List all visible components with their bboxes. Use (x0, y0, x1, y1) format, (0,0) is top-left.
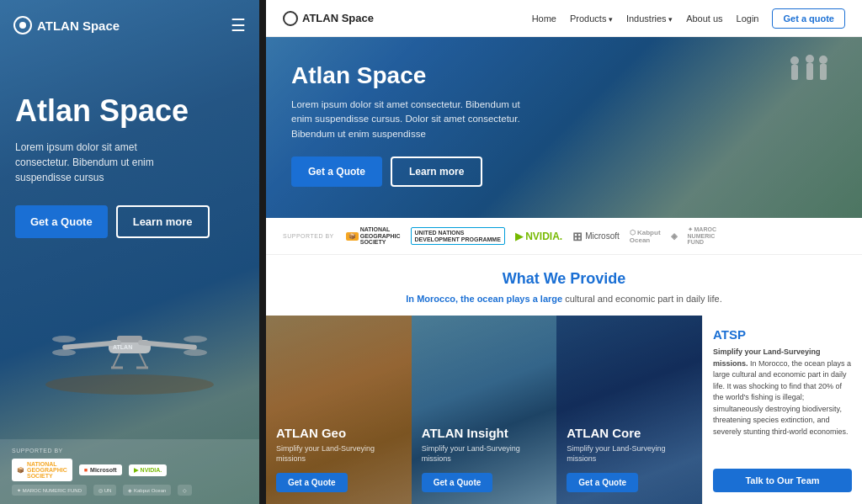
mobile-hero-buttons: Get a Quote Learn more (15, 205, 244, 238)
kabput-logo: ⬡ KabputOcean (630, 229, 661, 244)
desktop-supporters-bar: SUPPORTED BY 📦 NATIONALGEOGRAPHICSOCIETY… (266, 218, 862, 255)
hero-content: Atlan Space Lorem ipsum dolor sit amet c… (266, 37, 862, 187)
what-title: What We Provide (283, 270, 845, 288)
card-insight-desc: Simplify your Land-Surveying missions (422, 443, 547, 464)
nav-home[interactable]: Home (532, 13, 556, 24)
talk-to-team-button[interactable]: Talk to Our Team (713, 469, 852, 492)
mobile-supported-label: SUPPORTED BY (12, 448, 247, 454)
supporters-logos: 📦 NATIONALGEOGRAPHICSOCIETY UNITED NATIO… (346, 226, 716, 246)
hero-get-quote-button[interactable]: Get a Quote (291, 157, 382, 187)
supporters-label: SUPPORTED BY (283, 233, 334, 239)
hero-buttons: Get a Quote Learn more (291, 157, 837, 187)
svg-point-5 (52, 336, 76, 342)
mobile-content: Atlan Space Lorem ipsum dolor sit amet c… (0, 44, 259, 238)
svg-point-8 (184, 349, 207, 356)
atsp-title: ATSP (713, 327, 852, 342)
hero-description: Lorem ipsum dolor sit amet consectetur. … (291, 98, 535, 141)
mobile-supporters-section: SUPPORTED BY 📦NATIONALGEOGRAPHICSOCIETY … (0, 439, 259, 504)
mobile-fund-logo: ✦ MAROC NUMERIC FUND (12, 485, 87, 496)
nav-industries[interactable]: Industries (626, 13, 673, 24)
mobile-nvidia-logo: ▶NVIDIA. (129, 464, 168, 476)
drone-illustration: ATLAN (0, 294, 259, 395)
desktop-logo-text: ATLAN Space (302, 12, 374, 24)
card-atlan-insight[interactable]: ATLAN Insight Simplify your Land-Surveyi… (412, 316, 557, 504)
nvidia-logo: ▶ NVIDIA. (515, 231, 562, 242)
natgeo-logo: 📦 NATIONALGEOGRAPHICSOCIETY (346, 226, 401, 246)
mobile-un-logo: ◎ UN (93, 485, 116, 496)
card-insight-content: ATLAN Insight Simplify your Land-Surveyi… (412, 316, 557, 504)
hero-learn-more-button[interactable]: Learn more (391, 157, 482, 187)
card-atlan-core[interactable]: ATLAN Core Simplify your Land-Surveying … (556, 316, 702, 504)
nav-links: Home Products Industries About us Login … (532, 8, 845, 29)
desktop-nav: ATLAN Space Home Products Industries Abo… (266, 0, 862, 37)
mobile-natgeo-logo: 📦NATIONALGEOGRAPHICSOCIETY (12, 459, 72, 481)
card-atlan-geo[interactable]: ATLAN Geo Simplify your Land-Surveying m… (266, 316, 412, 504)
atsp-content: ATSP Simplify your Land-Surveying missio… (713, 327, 852, 438)
atsp-description: Simplify your Land-Surveying missions. I… (713, 347, 852, 438)
mobile-kabput-logo: ◈ Kabput Ocean (123, 485, 171, 496)
mobile-microsoft-logo: ■Microsoft (79, 464, 122, 475)
svg-line-9 (113, 353, 120, 368)
nav-about[interactable]: About us (686, 13, 722, 24)
card-geo-content: ATLAN Geo Simplify your Land-Surveying m… (266, 316, 412, 504)
card-insight-title: ATLAN Insight (422, 426, 547, 440)
drone-svg: ATLAN (37, 294, 222, 395)
mobile-hero-title: Atlan Space (15, 94, 244, 128)
card-core-quote-button[interactable]: Get a Quote (567, 473, 638, 492)
nav-login[interactable]: Login (737, 13, 759, 24)
desktop-hero: Atlan Space Lorem ipsum dolor sit amet c… (266, 37, 862, 218)
panel-divider (259, 0, 266, 504)
microsoft-logo: ⊞ Microsoft (572, 230, 620, 243)
mobile-learn-more-button[interactable]: Learn more (116, 205, 210, 238)
mobile-logo-text: ATLAN Space (37, 19, 120, 33)
mobile-hero-description: Lorem ipsum dolor sit amet consectetur. … (15, 140, 184, 185)
card-core-title: ATLAN Core (567, 426, 692, 440)
hamburger-menu-icon[interactable]: ☰ (231, 15, 246, 35)
atsp-desc-body: In Morocco, the ocean plays a large cult… (713, 359, 851, 436)
mobile-get-quote-button[interactable]: Get a Quote (15, 205, 108, 238)
svg-line-10 (140, 353, 146, 368)
other-logo1: ◈ (671, 231, 678, 241)
desktop-logo-icon (283, 11, 298, 26)
mobile-other-logo: ◇ (178, 485, 192, 496)
svg-point-6 (184, 336, 207, 342)
nav-get-quote-button[interactable]: Get a quote (772, 8, 845, 29)
mobile-logos-row2: ✦ MAROC NUMERIC FUND ◎ UN ◈ Kabput Ocean… (12, 485, 247, 496)
what-rest: cultural and economic part in daily life… (562, 294, 722, 304)
card-insight-quote-button[interactable]: Get a Quote (422, 473, 493, 492)
hero-title: Atlan Space (291, 62, 837, 89)
card-geo-quote-button[interactable]: Get a Quote (276, 473, 348, 492)
mobile-panel: ATLAN Space ☰ Atlan Space Lorem ipsum do… (0, 0, 259, 504)
mobile-header: ATLAN Space ☰ (0, 0, 259, 44)
atsp-panel: ATSP Simplify your Land-Surveying missio… (702, 316, 862, 504)
what-we-provide-section: What We Provide In Morocco, the ocean pl… (266, 255, 862, 316)
card-core-content: ATLAN Core Simplify your Land-Surveying … (556, 316, 702, 504)
svg-text:ATLAN: ATLAN (113, 344, 132, 350)
card-core-desc: Simplify your Land-Surveying missions (567, 443, 692, 464)
mobile-logo: ATLAN Space (13, 16, 120, 34)
un-logo: UNITED NATIONSDEVELOPMENT PROGRAMME (411, 227, 505, 245)
svg-point-0 (45, 374, 214, 395)
what-highlight: In Morocco, the ocean plays a large (406, 294, 562, 304)
mobile-logos-row1: 📦NATIONALGEOGRAPHICSOCIETY ■Microsoft ▶N… (12, 459, 247, 481)
card-geo-desc: Simplify your Land-Surveying missions (276, 443, 402, 464)
desktop-panel: ATLAN Space Home Products Industries Abo… (266, 0, 862, 504)
what-description: In Morocco, the ocean plays a large cult… (283, 293, 845, 305)
logo-icon (13, 16, 32, 34)
nav-products[interactable]: Products (570, 13, 613, 24)
card-geo-title: ATLAN Geo (276, 426, 402, 440)
desktop-logo: ATLAN Space (283, 11, 374, 26)
svg-point-7 (52, 349, 76, 356)
maroc-logo: ✦ MAROCNUMERICFUND (688, 226, 716, 246)
cards-section: ATLAN Geo Simplify your Land-Surveying m… (266, 316, 862, 504)
